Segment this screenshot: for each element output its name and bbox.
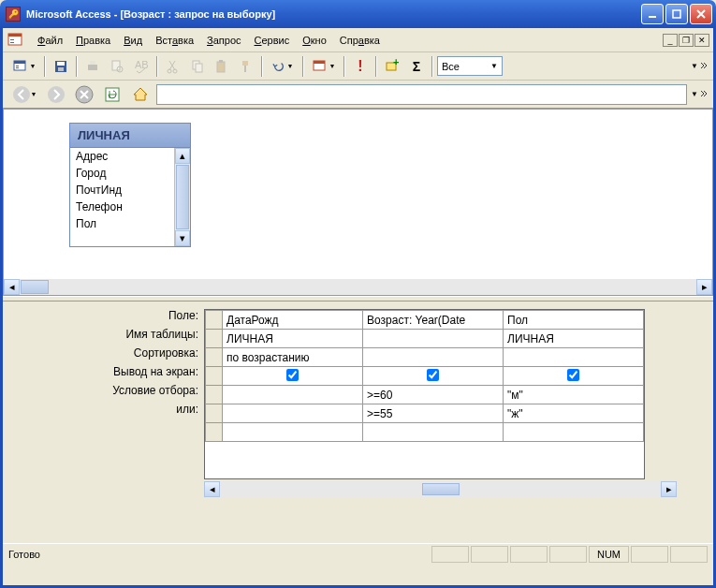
- grid-cell-field[interactable]: Пол: [504, 311, 644, 330]
- nav-forward-button[interactable]: [44, 83, 68, 106]
- scroll-down-icon[interactable]: ▾: [175, 230, 190, 246]
- grid-cell-sort[interactable]: [504, 348, 644, 367]
- row-selector[interactable]: [206, 348, 223, 367]
- grid-cell-show[interactable]: [363, 367, 504, 386]
- show-checkbox[interactable]: [427, 369, 439, 381]
- grid-cell-empty[interactable]: [504, 423, 644, 442]
- toolbar-overflow-button[interactable]: ▼: [691, 60, 708, 73]
- paste-button[interactable]: [211, 55, 233, 78]
- table-title[interactable]: ЛИЧНАЯ: [70, 124, 190, 148]
- scroll-right-icon[interactable]: ▸: [661, 481, 677, 497]
- scroll-thumb[interactable]: [176, 165, 189, 229]
- menu-view[interactable]: Вид: [117, 32, 149, 49]
- row-selector[interactable]: [206, 367, 223, 386]
- print-preview-button[interactable]: [106, 55, 128, 78]
- grid-cell-show[interactable]: [504, 367, 644, 386]
- svg-rect-21: [196, 64, 202, 72]
- copy-button[interactable]: [186, 55, 209, 78]
- menu-insert[interactable]: Вставка: [149, 32, 200, 49]
- spellcheck-button[interactable]: ABC: [130, 55, 153, 78]
- svg-rect-8: [16, 66, 19, 66]
- grid-cell-table[interactable]: [363, 330, 504, 348]
- field-item[interactable]: Пол: [70, 215, 174, 232]
- grid-cell-sort[interactable]: по возрастанию: [223, 348, 363, 367]
- maximize-button[interactable]: [665, 4, 688, 24]
- mdi-close-button[interactable]: ✕: [694, 34, 709, 47]
- row-selector[interactable]: [206, 404, 223, 423]
- dropdown-icon[interactable]: ▼: [490, 62, 498, 70]
- grid-cell-show[interactable]: [223, 367, 363, 386]
- scroll-left-icon[interactable]: ◂: [4, 279, 20, 295]
- grid-cell-criteria[interactable]: >=60: [363, 386, 504, 404]
- undo-button[interactable]: ▼: [267, 55, 299, 78]
- scroll-right-icon[interactable]: ▸: [696, 279, 712, 295]
- field-item[interactable]: Телефон: [70, 198, 174, 215]
- fieldlist-scrollbar[interactable]: ▴ ▾: [174, 148, 190, 246]
- grid-cell-or[interactable]: "ж": [504, 404, 644, 423]
- grid-hscrollbar[interactable]: ◂ ▸: [204, 481, 677, 497]
- svg-text:ABC: ABC: [135, 59, 149, 70]
- grid-cell-field[interactable]: Возраст: Year(Date: [363, 311, 504, 330]
- menu-window[interactable]: Окно: [296, 32, 333, 49]
- topvalues-combo[interactable]: Все▼: [437, 56, 503, 76]
- scroll-thumb[interactable]: [422, 483, 460, 495]
- address-input[interactable]: [156, 84, 687, 105]
- svg-rect-13: [88, 65, 97, 70]
- run-button[interactable]: !: [349, 55, 372, 78]
- view-button[interactable]: ▼: [8, 55, 40, 78]
- table-fieldlist[interactable]: ЛИЧНАЯ Адрес Город ПочтИнд Телефон Пол ▴…: [69, 123, 191, 247]
- scroll-thumb[interactable]: [21, 280, 49, 294]
- mdi-minimize-button[interactable]: _: [663, 34, 678, 47]
- grid-cell-table[interactable]: ЛИЧНАЯ: [504, 330, 644, 348]
- minimize-button[interactable]: [641, 4, 664, 24]
- nav-overflow-button[interactable]: ▼: [691, 88, 708, 101]
- querytype-button[interactable]: ▼: [308, 55, 340, 78]
- menu-edit[interactable]: Правка: [69, 32, 117, 49]
- grid-cell-criteria[interactable]: [223, 386, 363, 404]
- field-item[interactable]: Адрес: [70, 148, 174, 165]
- scroll-up-icon[interactable]: ▴: [175, 148, 190, 164]
- showtable-button[interactable]: +: [381, 55, 403, 78]
- grid-cell-or[interactable]: [223, 404, 363, 423]
- query-tables-pane[interactable]: ЛИЧНАЯ Адрес Город ПочтИнд Телефон Пол ▴…: [3, 109, 713, 296]
- totals-button[interactable]: Σ: [405, 55, 428, 78]
- save-button[interactable]: [50, 55, 72, 78]
- print-button[interactable]: [81, 55, 104, 78]
- row-selector[interactable]: [206, 386, 223, 404]
- menu-service[interactable]: Сервис: [248, 32, 297, 49]
- field-item[interactable]: Город: [70, 165, 174, 182]
- svg-rect-11: [57, 62, 65, 66]
- scroll-left-icon[interactable]: ◂: [204, 481, 220, 497]
- nav-back-button[interactable]: ▼: [8, 83, 40, 106]
- grid-cell-sort[interactable]: [363, 348, 504, 367]
- row-selector[interactable]: [206, 423, 223, 442]
- design-grid[interactable]: ДатаРожд Возраст: Year(Date Пол ЛИЧНАЯ Л…: [204, 309, 645, 479]
- app-icon: [6, 7, 21, 22]
- nav-home-button[interactable]: [128, 83, 153, 106]
- field-list[interactable]: Адрес Город ПочтИнд Телефон Пол: [70, 148, 174, 246]
- grid-cell-or[interactable]: >=55: [363, 404, 504, 423]
- show-checkbox[interactable]: [567, 369, 579, 381]
- menu-help[interactable]: Справка: [333, 32, 387, 49]
- svg-rect-5: [10, 42, 14, 43]
- grid-cell-table[interactable]: ЛИЧНАЯ: [223, 330, 363, 348]
- menu-query[interactable]: Запрос: [200, 32, 247, 49]
- svg-text:+: +: [393, 59, 399, 67]
- row-selector[interactable]: [206, 330, 223, 348]
- grid-cell-field[interactable]: ДатаРожд: [223, 311, 363, 330]
- row-selector[interactable]: [206, 311, 223, 330]
- tables-pane-hscrollbar[interactable]: ◂ ▸: [4, 279, 712, 295]
- format-painter-button[interactable]: [235, 55, 257, 78]
- nav-refresh-button[interactable]: [100, 83, 124, 106]
- nav-stop-button[interactable]: [72, 83, 96, 106]
- field-item[interactable]: ПочтИнд: [70, 182, 174, 198]
- grid-cell-empty[interactable]: [223, 423, 363, 442]
- grid-cell-criteria[interactable]: "м": [504, 386, 644, 404]
- menu-file[interactable]: Файл: [31, 32, 69, 49]
- cut-button[interactable]: [162, 55, 184, 78]
- mdi-restore-button[interactable]: ❐: [679, 34, 694, 47]
- grid-cell-empty[interactable]: [363, 423, 504, 442]
- close-button[interactable]: [690, 4, 712, 24]
- status-cell: [471, 546, 508, 563]
- show-checkbox[interactable]: [286, 369, 299, 381]
